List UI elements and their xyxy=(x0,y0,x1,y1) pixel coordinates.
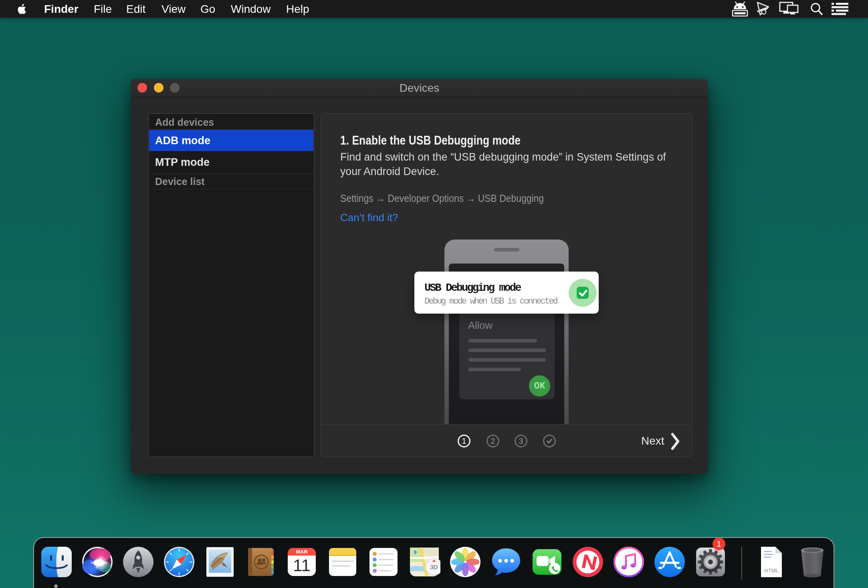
svg-text:MAR: MAR xyxy=(296,549,308,555)
svg-text:3D: 3D xyxy=(430,564,438,570)
svg-text:11: 11 xyxy=(293,556,311,575)
svg-text:1: 1 xyxy=(717,539,721,548)
svg-text:HTML: HTML xyxy=(764,568,778,574)
